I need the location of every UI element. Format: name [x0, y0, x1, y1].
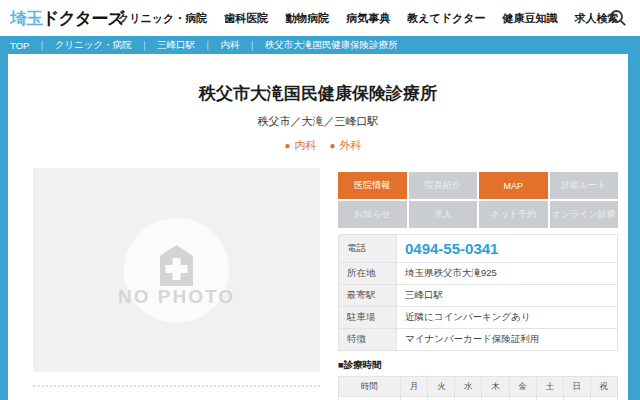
schedule-header-sun: 日 — [563, 377, 590, 397]
tab-visit-route[interactable]: 診察ルート — [550, 172, 619, 199]
schedule-section-title: ■診療時間 — [338, 359, 618, 372]
info-label-parking: 駐車場 — [339, 307, 397, 329]
schedule-mark-sun: - — [563, 397, 590, 400]
table-row: 最寄駅 三峰口駅 — [339, 285, 618, 307]
info-label-features: 特徴 — [339, 329, 397, 351]
schedule-header-wed: 水 — [455, 377, 482, 397]
tab-jobs[interactable]: 求人 — [409, 201, 478, 228]
breadcrumb-top[interactable]: TOP — [10, 40, 29, 51]
breadcrumb-department[interactable]: 内科 — [220, 39, 239, 52]
tab-map[interactable]: MAP — [479, 172, 548, 199]
department-tags: ●内科 ●外科 — [8, 138, 628, 153]
info-value-features: マイナンバーカード保険証利用 — [397, 329, 618, 351]
breadcrumb-separator: ｜ — [37, 39, 46, 52]
clinic-detail-card: 秩父市大滝国民健康保険診療所 秩父市／大滝／三峰口駅 ●内科 ●外科 NO PH… — [8, 54, 628, 400]
schedule-header-holiday: 祝 — [590, 377, 617, 397]
clinic-info-table: 電話 0494-55-0341 所在地 埼玉県秩父市大滝925 最寄駅 三峰口駅 — [338, 234, 618, 351]
breadcrumb-separator: ｜ — [247, 39, 256, 52]
department-tag-surgery[interactable]: 外科 — [340, 139, 362, 151]
schedule-mark-sat: - — [536, 397, 563, 400]
schedule-mark-fri: ● — [509, 397, 536, 400]
photo-column: NO PHOTO — [33, 168, 320, 400]
nav-item-clinics[interactable]: クリニック・病院 — [118, 11, 207, 26]
schedule-row-morning: 09:00~11:30 ● ● ● ● ● - - - — [339, 397, 618, 400]
schedule-mark-holiday: - — [590, 397, 617, 400]
site-logo[interactable]: 埼玉ドクターズ — [10, 7, 124, 30]
table-row: 特徴 マイナンバーカード保険証利用 — [339, 329, 618, 351]
department-tag-internal-medicine[interactable]: 内科 — [294, 139, 316, 151]
info-value-address: 埼玉県秩父市大滝925 — [397, 263, 618, 285]
nav-item-disease-dictionary[interactable]: 病気事典 — [346, 11, 390, 26]
clinic-area: 秩父市／大滝／三峰口駅 — [8, 114, 628, 129]
no-photo-label: NO PHOTO — [33, 286, 320, 308]
info-label-address: 所在地 — [339, 263, 397, 285]
department-bullet-icon: ● — [284, 140, 290, 151]
schedule-time-slot: 09:00~11:30 — [339, 397, 401, 400]
tab-clinic-info[interactable]: 医院情報 — [338, 172, 407, 199]
schedule-table: 時間 月 火 水 木 金 土 日 祝 09:00~11:30 ● — [338, 376, 618, 400]
page-background: 秩父市大滝国民健康保険診療所 秩父市／大滝／三峰口駅 ●内科 ●外科 NO PH… — [0, 54, 640, 400]
info-value-parking: 近隣にコインパーキングあり — [397, 307, 618, 329]
logo-part-saitama: 埼玉 — [10, 9, 42, 28]
table-row: 所在地 埼玉県秩父市大滝925 — [339, 263, 618, 285]
logo-part-doctors: ドクターズ — [42, 9, 124, 28]
nav-item-health-tips[interactable]: 健康豆知識 — [503, 11, 558, 26]
schedule-mark-mon: ● — [401, 397, 428, 400]
clinic-tabs: 医院情報 院長紹介 MAP 診察ルート お知らせ 求人 ネット予約 オンライン診… — [338, 172, 618, 228]
breadcrumb-station[interactable]: 三峰口駅 — [157, 39, 195, 52]
department-bullet-icon: ● — [330, 140, 336, 151]
tab-news[interactable]: お知らせ — [338, 201, 407, 228]
global-nav: クリニック・病院 歯科医院 動物病院 病気事典 教えてドクター 健康豆知識 求人… — [118, 0, 619, 36]
search-icon[interactable] — [609, 9, 627, 27]
schedule-header-time: 時間 — [339, 377, 401, 397]
schedule-header-tue: 火 — [428, 377, 455, 397]
tab-online-consultation[interactable]: オンライン診療 — [550, 201, 619, 228]
schedule-header-row: 時間 月 火 水 木 金 土 日 祝 — [339, 377, 618, 397]
tab-director-profile[interactable]: 院長紹介 — [409, 172, 478, 199]
page-title: 秩父市大滝国民健康保険診療所 — [8, 82, 628, 105]
schedule-header-sat: 土 — [536, 377, 563, 397]
schedule-mark-thu: ● — [482, 397, 509, 400]
tab-online-booking[interactable]: ネット予約 — [479, 201, 548, 228]
breadcrumb-clinics[interactable]: クリニック・病院 — [55, 39, 132, 52]
schedule-mark-wed: ● — [455, 397, 482, 400]
table-row: 駐車場 近隣にコインパーキングあり — [339, 307, 618, 329]
schedule-header-fri: 金 — [509, 377, 536, 397]
nav-item-animal[interactable]: 動物病院 — [285, 11, 329, 26]
breadcrumb: TOP ｜ クリニック・病院 ｜ 三峰口駅 ｜ 内科 ｜ 秩父市大滝国民健康保険… — [0, 36, 640, 54]
info-column: 医院情報 院長紹介 MAP 診察ルート お知らせ 求人 ネット予約 オンライン診… — [338, 168, 618, 400]
info-label-phone: 電話 — [339, 235, 397, 263]
nav-item-ask-doctor[interactable]: 教えてドクター — [407, 11, 485, 26]
dotted-divider — [33, 385, 320, 387]
info-label-nearest-station: 最寄駅 — [339, 285, 397, 307]
breadcrumb-current-page: 秩父市大滝国民健康保険診療所 — [265, 39, 398, 52]
clinic-photo-placeholder: NO PHOTO — [33, 168, 320, 372]
info-value-nearest-station: 三峰口駅 — [397, 285, 618, 307]
site-header: 埼玉ドクターズ クリニック・病院 歯科医院 動物病院 病気事典 教えてドクター … — [0, 0, 640, 36]
schedule-header-thu: 木 — [482, 377, 509, 397]
breadcrumb-separator: ｜ — [203, 39, 212, 52]
breadcrumb-separator: ｜ — [140, 39, 149, 52]
table-row: 電話 0494-55-0341 — [339, 235, 618, 263]
nav-item-dental[interactable]: 歯科医院 — [224, 11, 268, 26]
schedule-mark-tue: ● — [428, 397, 455, 400]
phone-number-link[interactable]: 0494-55-0341 — [397, 235, 618, 263]
schedule-header-mon: 月 — [401, 377, 428, 397]
